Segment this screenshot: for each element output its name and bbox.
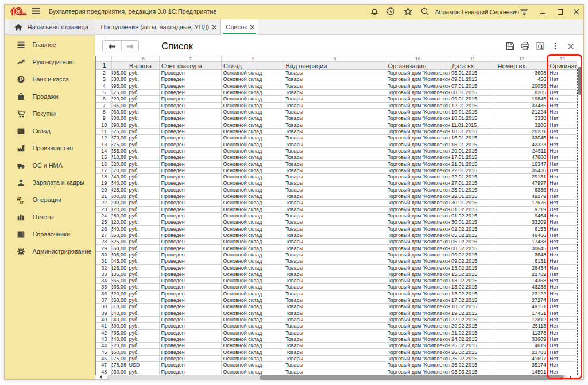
svg-text:Кт: Кт — [20, 200, 24, 204]
